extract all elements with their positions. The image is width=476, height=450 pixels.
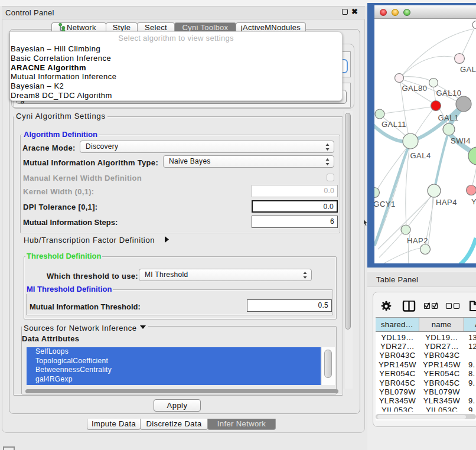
svg-text:HAP2: HAP2	[407, 236, 428, 245]
svg-text:GAL11: GAL11	[382, 120, 406, 129]
svg-text:GAL80: GAL80	[402, 84, 428, 93]
svg-text:GAL7: GAL7	[460, 65, 476, 74]
svg-text:GAL4: GAL4	[410, 151, 431, 160]
svg-text:GCY1: GCY1	[374, 200, 396, 208]
svg-text:Y: Y	[471, 197, 476, 206]
svg-text:GAL10: GAL10	[436, 89, 462, 97]
svg-text:SWI4: SWI4	[451, 136, 471, 145]
svg-text:GAL1: GAL1	[438, 113, 458, 122]
svg-text:HAP4: HAP4	[436, 198, 457, 207]
